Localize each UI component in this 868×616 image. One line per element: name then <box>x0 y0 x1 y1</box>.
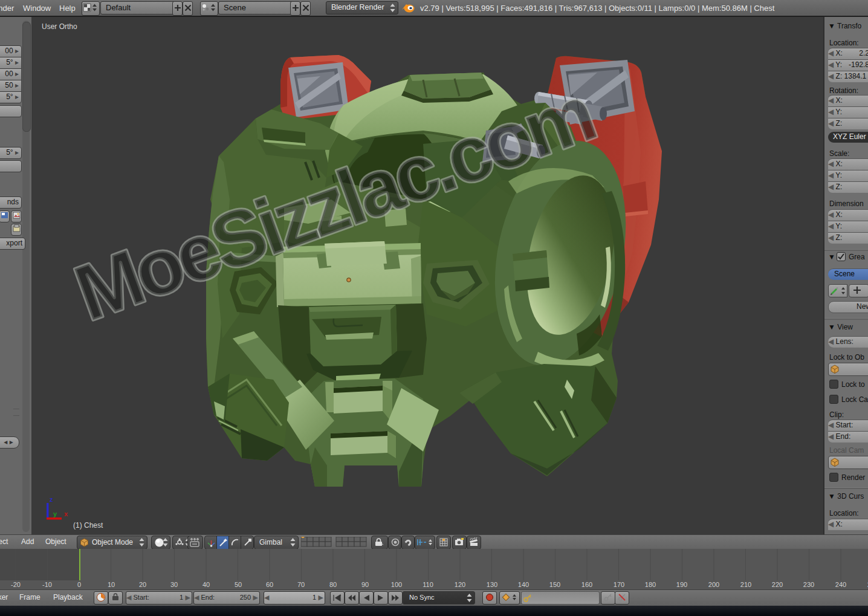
svg-text:z: z <box>50 496 53 503</box>
svg-text:x: x <box>64 510 68 517</box>
svg-text:y: y <box>53 510 57 517</box>
